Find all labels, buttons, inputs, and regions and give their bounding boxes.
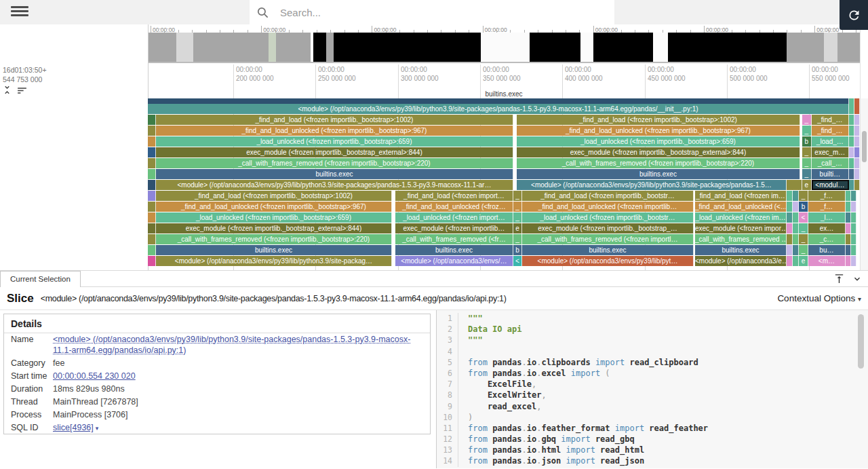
flame-slice[interactable]: e (513, 223, 522, 233)
minimap-segment[interactable] (193, 33, 269, 62)
flame-slice[interactable]: <module> (/opt/anaconda3/envs/… (395, 256, 513, 266)
timeline-minimap[interactable] (148, 33, 860, 63)
minimap-segment[interactable] (787, 33, 824, 62)
flame-slice[interactable]: builtins.exec (395, 245, 513, 255)
minimap-segment[interactable] (668, 33, 787, 62)
flame-slice[interactable] (854, 169, 860, 179)
flame-slice[interactable] (846, 191, 851, 201)
flame-slice[interactable] (854, 147, 860, 157)
minimap-segment[interactable] (837, 33, 860, 62)
flame-slice[interactable] (148, 98, 849, 104)
flame-slice[interactable]: < (513, 256, 522, 266)
flame-slice[interactable]: <module> (/opt/anaconda3/envs/py39/lib/p… (522, 256, 694, 266)
flame-slice[interactable] (849, 158, 854, 168)
flame-slice[interactable]: b (799, 202, 808, 212)
flame-slice[interactable] (787, 234, 793, 244)
flame-slice[interactable]: _f… (808, 191, 846, 201)
flame-slice[interactable] (148, 245, 156, 255)
flame-slice[interactable] (148, 223, 156, 233)
flame-slice[interactable]: _load_… (812, 136, 849, 147)
flame-slice[interactable] (846, 234, 851, 244)
flame-slice[interactable]: _load_unlocked (<frozen importlib._boots… (156, 136, 513, 147)
minimap-segment[interactable] (269, 33, 276, 62)
flame-slice[interactable]: _call_with_frames_removed (<fr… (395, 234, 513, 244)
minimap-segment[interactable] (530, 33, 580, 62)
minimap-segment[interactable] (148, 33, 176, 62)
minimap-segment[interactable] (824, 33, 837, 62)
flame-slice[interactable] (846, 202, 851, 212)
dock-to-top-icon[interactable] (833, 273, 845, 287)
flame-slice[interactable]: _find_and_load_unlocked (<frozen importl… (156, 126, 513, 136)
flame-scrollbar-thumb[interactable] (862, 131, 867, 162)
flame-slice[interactable] (148, 234, 156, 244)
flame-slice[interactable]: _ (802, 158, 812, 168)
flame-slice[interactable] (849, 115, 854, 125)
flame-slice[interactable]: exec_m… (812, 147, 849, 157)
flame-slice[interactable] (793, 223, 799, 233)
flame-slice[interactable] (846, 256, 851, 266)
flame-slice[interactable]: _load_unlocked (<frozen importlib._boots… (156, 212, 392, 223)
flame-slice[interactable]: _ (513, 212, 522, 223)
flame-slice[interactable] (849, 136, 854, 147)
flame-slice[interactable] (846, 212, 851, 223)
minimap-segment[interactable] (593, 33, 653, 62)
flame-slice[interactable] (148, 169, 156, 179)
flame-slice[interactable] (793, 191, 799, 201)
flame-slice[interactable]: builtins.exec (522, 245, 694, 255)
flame-slice[interactable] (787, 180, 802, 190)
flame-slice[interactable] (148, 212, 156, 223)
flame-slice[interactable]: builtins.exec (156, 169, 513, 179)
flame-slice[interactable] (787, 245, 793, 255)
flame-slice[interactable]: _ (799, 245, 808, 255)
menu-icon[interactable] (11, 6, 28, 18)
flame-slice[interactable]: _ (513, 202, 522, 212)
flame-slice[interactable] (148, 147, 156, 157)
flame-slice[interactable] (148, 126, 156, 136)
flame-slice[interactable] (849, 147, 854, 157)
flame-slice[interactable] (851, 191, 856, 201)
flame-slice[interactable] (851, 212, 856, 223)
flame-slice[interactable]: _call_… (812, 158, 849, 168)
flame-slice[interactable]: e (802, 180, 812, 190)
flame-slice[interactable] (793, 202, 799, 212)
flame-chart[interactable]: <module> (/opt/anaconda3/envs/py39/lib/p… (148, 98, 860, 267)
flame-slice[interactable]: _call_with_frames_removed (<frozen impor… (156, 158, 513, 168)
search-input[interactable]: Search... (250, 0, 614, 24)
flame-slice[interactable]: _call_with_frames_removed (<frozen impor… (156, 234, 392, 244)
minimap-segment[interactable] (313, 33, 326, 62)
collapse-tracks-icon[interactable] (1, 84, 13, 98)
flame-slice[interactable]: _call_with_frames_removed … (695, 234, 787, 244)
flame-slice[interactable] (148, 202, 156, 212)
flame-slice[interactable]: exec_module (<frozen impor… (695, 223, 787, 233)
minimap-segment[interactable] (653, 33, 668, 62)
flame-slice[interactable] (854, 136, 860, 147)
sort-tracks-icon[interactable] (16, 85, 28, 99)
flame-slice[interactable]: exec_module (<frozen importlib._bootstra… (156, 147, 513, 157)
flame-slice[interactable]: _ (802, 115, 812, 125)
flame-slice[interactable] (849, 126, 854, 136)
flame-slice[interactable] (851, 234, 856, 244)
flame-slice[interactable]: builtins.exec (517, 169, 800, 179)
flame-slice[interactable]: _find_… (812, 115, 849, 125)
flame-slice[interactable]: _ (799, 191, 808, 201)
flame-slice[interactable] (851, 202, 856, 212)
flame-slice[interactable]: <module> (/opt/anaconda3/e… (695, 256, 787, 266)
flame-slice[interactable] (793, 212, 799, 223)
minimap-segment[interactable] (326, 33, 334, 62)
details-value-link[interactable]: <module> (/opt/anaconda3/envs/py39/lib/p… (53, 335, 423, 356)
flame-slice[interactable]: _find_and_load_unlocked (<… (695, 202, 787, 212)
minimap-segment[interactable] (334, 33, 481, 62)
flame-slice[interactable] (148, 115, 156, 125)
flame-slice[interactable]: < (799, 212, 808, 223)
flame-slice[interactable] (787, 223, 793, 233)
flame-slice[interactable]: builtins.exec (695, 245, 787, 255)
flame-slice[interactable]: _find_and_load_unlocked (<frozen importl… (517, 126, 800, 136)
tab-current-selection[interactable]: Current Selection (0, 271, 81, 287)
flame-slice[interactable]: builtins.exec (156, 245, 392, 255)
minimap-segment[interactable] (276, 33, 311, 62)
minimap-segment[interactable] (481, 33, 530, 62)
flame-slice[interactable]: _ (513, 234, 522, 244)
flame-slice[interactable] (854, 126, 860, 136)
flame-slice[interactable]: _find_and_load (<frozen importlib._boots… (522, 191, 694, 201)
flame-slice[interactable] (854, 158, 860, 168)
